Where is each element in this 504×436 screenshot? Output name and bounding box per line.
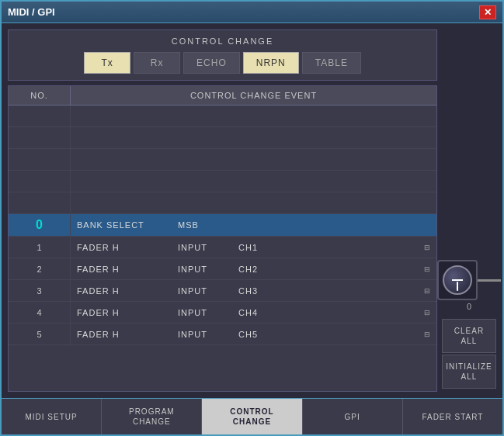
event-ch: CH1 bbox=[238, 243, 258, 252]
table-row[interactable] bbox=[9, 149, 436, 171]
event-ch: CH3 bbox=[238, 286, 258, 296]
row-icon: ⊟ bbox=[424, 265, 430, 273]
row-event bbox=[71, 106, 436, 126]
row-no bbox=[9, 106, 71, 126]
knob-value: 0 bbox=[467, 302, 471, 311]
event-detail: INPUT bbox=[178, 308, 207, 317]
row-icon: ⊟ bbox=[424, 287, 430, 295]
cc-buttons: Tx Rx ECHO NRPN TABLE bbox=[15, 52, 430, 74]
row-event bbox=[71, 127, 436, 148]
knob-connector bbox=[478, 279, 501, 282]
tx-button[interactable]: Tx bbox=[84, 52, 130, 74]
table-row[interactable] bbox=[9, 106, 436, 127]
row-icon: ⊟ bbox=[424, 309, 430, 317]
header-no: NO. bbox=[9, 86, 71, 105]
knob-container[interactable] bbox=[437, 260, 478, 300]
close-button[interactable]: ✕ bbox=[479, 5, 496, 19]
row-no bbox=[9, 192, 71, 213]
knob-indicator bbox=[457, 282, 458, 291]
event-detail: INPUT bbox=[178, 330, 207, 339]
right-panel: 0 CLEAR ALL INITIALIZE ALL bbox=[442, 29, 496, 392]
program-change-button[interactable]: PROGRAM CHANGE bbox=[102, 399, 202, 434]
event-table: NO. CONTROL CHANGE EVENT bbox=[8, 85, 437, 392]
rx-button[interactable]: Rx bbox=[134, 52, 180, 74]
table-row[interactable]: 0 BANK SELECT MSB bbox=[9, 214, 436, 237]
row-event bbox=[71, 149, 436, 170]
main-content: CONTROL CHANGE Tx Rx ECHO NRPN TABLE NO.… bbox=[2, 23, 502, 398]
header-event: CONTROL CHANGE EVENT bbox=[71, 86, 436, 105]
event-ch: CH4 bbox=[238, 308, 258, 317]
event-detail: INPUT bbox=[178, 286, 207, 296]
event-detail: INPUT bbox=[178, 265, 207, 274]
table-row[interactable]: 2 FADER H INPUT CH2 ⊟ bbox=[9, 258, 436, 280]
row-no: 2 bbox=[9, 258, 71, 279]
table-row[interactable] bbox=[9, 127, 436, 149]
event-ch: CH5 bbox=[238, 330, 258, 339]
row-event: FADER H INPUT CH4 ⊟ bbox=[71, 302, 436, 323]
table-row[interactable] bbox=[9, 171, 436, 192]
knob-area: 0 bbox=[442, 260, 496, 311]
event-name: FADER H bbox=[77, 330, 147, 339]
bottom-bar: MIDI SETUP PROGRAM CHANGE CONTROL CHANGE… bbox=[2, 398, 502, 434]
event-ch: CH2 bbox=[238, 265, 258, 274]
left-panel: CONTROL CHANGE Tx Rx ECHO NRPN TABLE NO.… bbox=[8, 29, 437, 392]
event-name: FADER H bbox=[77, 308, 147, 317]
row-no: 5 bbox=[9, 324, 71, 344]
table-row[interactable] bbox=[9, 192, 436, 214]
control-change-section: CONTROL CHANGE Tx Rx ECHO NRPN TABLE bbox=[8, 29, 437, 81]
row-event: FADER H INPUT CH5 ⊟ bbox=[71, 324, 436, 344]
row-no: 0 bbox=[9, 214, 71, 236]
event-detail: MSB bbox=[178, 220, 199, 230]
midi-setup-button[interactable]: MIDI SETUP bbox=[2, 399, 102, 434]
row-event bbox=[71, 192, 436, 213]
row-no: 4 bbox=[9, 302, 71, 323]
window-title: MIDI / GPI bbox=[8, 6, 55, 18]
event-name: FADER H bbox=[77, 286, 147, 296]
event-name: FADER H bbox=[77, 243, 147, 252]
row-icon: ⊟ bbox=[424, 244, 430, 251]
table-button[interactable]: TABLE bbox=[302, 52, 361, 74]
row-event: FADER H INPUT CH2 ⊟ bbox=[71, 258, 436, 279]
fader-start-button[interactable]: FADER START bbox=[403, 399, 502, 434]
event-detail: INPUT bbox=[178, 243, 207, 252]
row-no bbox=[9, 149, 71, 170]
knob[interactable] bbox=[443, 265, 472, 295]
event-name: FADER H bbox=[77, 265, 147, 274]
row-event: BANK SELECT MSB bbox=[71, 214, 436, 236]
event-name: BANK SELECT bbox=[77, 220, 147, 230]
table-row[interactable]: 1 FADER H INPUT CH1 ⊟ bbox=[9, 237, 436, 258]
table-row[interactable]: 5 FADER H INPUT CH5 ⊟ bbox=[9, 324, 436, 345]
cc-title: CONTROL CHANGE bbox=[15, 36, 430, 46]
clear-all-button[interactable]: CLEAR ALL bbox=[442, 319, 496, 353]
row-icon: ⊟ bbox=[424, 330, 430, 338]
table-header: NO. CONTROL CHANGE EVENT bbox=[9, 86, 436, 106]
table-row[interactable]: 3 FADER H INPUT CH3 ⊟ bbox=[9, 280, 436, 302]
row-no: 1 bbox=[9, 237, 71, 258]
row-no bbox=[9, 171, 71, 192]
main-window: MIDI / GPI ✕ CONTROL CHANGE Tx Rx ECHO N… bbox=[0, 0, 504, 436]
nrpn-button[interactable]: NRPN bbox=[243, 52, 299, 74]
initialize-all-button[interactable]: INITIALIZE ALL bbox=[442, 355, 496, 389]
knob-indicator-h bbox=[452, 279, 463, 281]
row-no: 3 bbox=[9, 280, 71, 301]
echo-button[interactable]: ECHO bbox=[183, 52, 240, 74]
row-no bbox=[9, 127, 71, 148]
row-event bbox=[71, 171, 436, 192]
table-row[interactable]: 4 FADER H INPUT CH4 ⊟ bbox=[9, 302, 436, 324]
title-bar: MIDI / GPI ✕ bbox=[2, 2, 502, 23]
row-event: FADER H INPUT CH1 ⊟ bbox=[71, 237, 436, 258]
control-change-button[interactable]: CONTROL CHANGE bbox=[202, 399, 302, 434]
row-event: FADER H INPUT CH3 ⊟ bbox=[71, 280, 436, 301]
table-body: 0 BANK SELECT MSB 1 FADER H INPUT CH1 bbox=[9, 106, 436, 345]
gpi-button[interactable]: GPI bbox=[303, 399, 403, 434]
